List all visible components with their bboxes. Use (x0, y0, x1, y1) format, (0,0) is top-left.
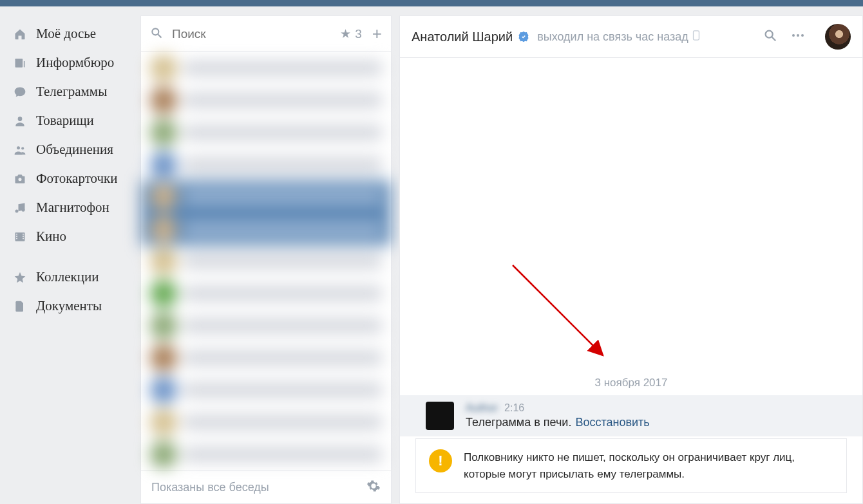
restriction-notice: ! Полковнику никто не пишет, поскольку о… (415, 438, 847, 493)
chat-status: выходил на связь час назад (537, 30, 688, 44)
sidebar-item-profile[interactable]: Моё досье (5, 19, 135, 48)
star-icon: ★ (340, 26, 351, 41)
main-layout: Моё досье Информбюро Телеграммы Товарищи… (0, 6, 863, 504)
svg-rect-17 (693, 31, 699, 40)
message-avatar[interactable] (426, 402, 454, 430)
starred-filter[interactable]: ★ 3 (340, 26, 362, 41)
home-icon (13, 27, 27, 41)
message-text: Телеграмма в печи. Восстановить (466, 416, 650, 429)
svg-rect-12 (23, 234, 24, 235)
sidebar-item-label: Кино (36, 229, 66, 245)
restore-link[interactable]: Восстановить (575, 416, 649, 429)
user-icon (13, 114, 27, 128)
group-icon (13, 143, 27, 157)
sidebar-item-messages[interactable]: Телеграммы (5, 77, 135, 106)
starred-count: 3 (355, 27, 362, 41)
new-dialog-button[interactable]: + (372, 24, 382, 44)
sidebar-item-label: Телеграммы (36, 84, 107, 100)
svg-point-22 (801, 34, 804, 37)
camera-icon (13, 172, 27, 186)
svg-rect-1 (24, 61, 25, 67)
svg-point-15 (152, 28, 158, 35)
sidebar-item-music[interactable]: Магнитофон (5, 193, 135, 222)
sidebar-item-groups[interactable]: Объединения (5, 135, 135, 164)
sidebar-item-label: Коллекции (36, 269, 99, 285)
chat-header: Анатолий Шарий выходил на связь час наза… (400, 16, 862, 58)
svg-line-16 (158, 34, 162, 37)
dialogs-footer-text: Показаны все беседы (151, 481, 269, 494)
svg-point-18 (766, 31, 773, 38)
chat-more-button[interactable] (790, 28, 806, 46)
svg-point-5 (19, 178, 22, 181)
chat-peer-avatar[interactable] (825, 24, 851, 50)
chat-header-actions (763, 24, 851, 50)
restriction-text: Полковнику никто не пишет, поскольку он … (464, 449, 833, 482)
doc-icon (13, 299, 27, 313)
chat-search-button[interactable] (763, 28, 777, 45)
sidebar-item-label: Моё досье (36, 26, 96, 42)
sidebar-item-label: Фотокарточки (36, 171, 118, 187)
svg-rect-10 (16, 236, 17, 237)
svg-point-7 (22, 208, 25, 211)
mobile-icon (692, 30, 700, 43)
svg-point-21 (797, 34, 799, 37)
message-author[interactable]: Author (466, 402, 498, 415)
warning-icon: ! (429, 449, 452, 472)
message-body: Телеграмма в печи. (466, 416, 571, 429)
sidebar-item-bookmarks[interactable]: Коллекции (5, 263, 135, 292)
dialogs-settings-button[interactable] (366, 479, 381, 496)
chat-title[interactable]: Анатолий Шарий (412, 30, 513, 44)
top-header-bar (0, 0, 863, 6)
dialogs-footer: Показаны все беседы (141, 471, 391, 504)
message-date-label: 3 ноября 2017 (595, 377, 668, 389)
news-icon (13, 56, 27, 70)
dialogs-list[interactable] (141, 52, 391, 471)
sidebar-separator (5, 251, 135, 263)
sidebar-item-label: Магнитофон (36, 200, 109, 216)
svg-rect-9 (16, 234, 17, 235)
message-time: 2:16 (504, 402, 524, 414)
svg-rect-13 (23, 236, 24, 237)
search-input[interactable] (172, 27, 340, 41)
search-icon (150, 26, 163, 42)
sidebar-item-label: Документы (36, 298, 102, 314)
music-icon (13, 201, 27, 215)
svg-point-2 (18, 117, 23, 121)
sidebar-item-friends[interactable]: Товарищи (5, 106, 135, 135)
svg-rect-14 (23, 238, 24, 239)
svg-point-3 (17, 146, 20, 149)
chat-body: 3 ноября 2017 Author 2:16 Телеграмма в п… (400, 58, 862, 503)
left-sidebar: Моё досье Информбюро Телеграммы Товарищи… (0, 6, 135, 504)
svg-line-19 (772, 37, 776, 41)
svg-rect-0 (15, 59, 23, 67)
svg-point-6 (15, 209, 19, 212)
dialogs-header: ★ 3 + (141, 16, 391, 52)
svg-rect-11 (16, 238, 17, 239)
film-icon (13, 230, 27, 244)
sidebar-item-label: Информбюро (36, 55, 114, 71)
sidebar-item-label: Объединения (36, 142, 113, 158)
svg-point-4 (21, 147, 24, 149)
sidebar-item-documents[interactable]: Документы (5, 292, 135, 321)
message-icon (13, 85, 27, 99)
verified-icon (518, 31, 529, 42)
sidebar-item-label: Товарищи (36, 113, 94, 129)
message-row: Author 2:16 Телеграмма в печи. Восстанов… (400, 395, 862, 436)
svg-point-20 (792, 34, 795, 37)
message-content: Author 2:16 Телеграмма в печи. Восстанов… (466, 402, 650, 430)
star-icon (13, 270, 27, 285)
sidebar-item-photos[interactable]: Фотокарточки (5, 164, 135, 193)
sidebar-item-news[interactable]: Информбюро (5, 48, 135, 77)
sidebar-item-video[interactable]: Кино (5, 222, 135, 251)
chat-panel: Анатолий Шарий выходил на связь час наза… (399, 15, 863, 504)
message-meta: Author 2:16 (466, 402, 650, 415)
dialogs-panel: ★ 3 + Показаны все беседы (140, 15, 392, 504)
